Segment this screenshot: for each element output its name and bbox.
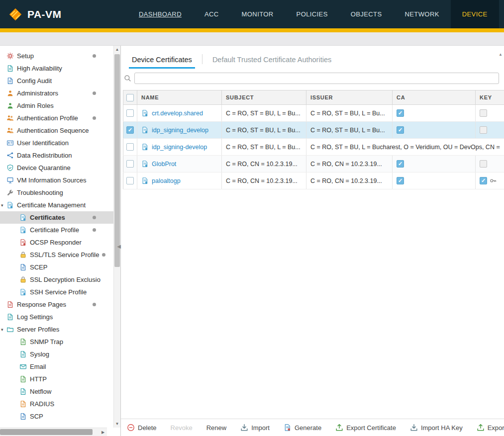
sidebar-vertical-scrollbar[interactable]: ▲ ▼ bbox=[113, 46, 120, 428]
export-icon bbox=[477, 424, 485, 432]
scrollbar-thumb[interactable] bbox=[114, 54, 120, 267]
export-certificate-button[interactable]: Export Certificate bbox=[335, 424, 396, 432]
sidebar-item-config-audit[interactable]: Config Audit bbox=[0, 75, 114, 87]
nav-network[interactable]: NETWORK bbox=[394, 0, 451, 28]
nav-device[interactable]: DEVICE bbox=[451, 0, 499, 28]
sidebar-item-label: Troubleshooting bbox=[17, 189, 63, 196]
sidebar-item-high-availability[interactable]: High Availability bbox=[0, 62, 114, 75]
scroll-right-arrow[interactable]: ▶ bbox=[99, 428, 107, 436]
chevron-down-icon[interactable]: ▾ bbox=[1, 327, 3, 332]
document-icon bbox=[6, 313, 14, 321]
sidebar-item-email[interactable]: Email bbox=[0, 360, 114, 373]
sidebar-item-authentication-profile[interactable]: Authentication Profile bbox=[0, 112, 114, 124]
sidebar-item-certificate-management[interactable]: ▾ Certificate Management bbox=[0, 199, 114, 211]
ca-checkbox bbox=[397, 160, 404, 168]
export-icon bbox=[335, 424, 343, 432]
sidebar-item-administrators[interactable]: Administrators bbox=[0, 87, 114, 99]
sidebar-item-ssl-decryption-exclusion[interactable]: SSL Decryption Exclusio bbox=[0, 273, 114, 286]
document-icon bbox=[6, 301, 14, 308]
row-checkbox[interactable] bbox=[126, 177, 134, 184]
column-header-subject[interactable]: SUBJECT bbox=[222, 90, 306, 105]
sidebar-item-setup[interactable]: Setup bbox=[0, 50, 114, 62]
delete-button[interactable]: Delete bbox=[127, 424, 157, 432]
sidebar-collapse-handle[interactable]: ◀ bbox=[116, 239, 122, 254]
certificate-name-link[interactable]: GlobProt bbox=[152, 161, 176, 168]
modified-dot bbox=[93, 228, 96, 232]
table-header-row: NAME SUBJECT ISSUER CA KEY bbox=[123, 90, 504, 105]
sidebar-item-label: SCEP bbox=[30, 263, 47, 271]
sidebar-item-label: Setup bbox=[17, 52, 34, 60]
sidebar-item-netflow[interactable]: Netflow bbox=[0, 385, 114, 398]
table-row[interactable]: idp_signing-develop C = RO, ST = BU, L =… bbox=[123, 139, 504, 156]
sidebar-item-certificates[interactable]: Certificates bbox=[0, 211, 114, 224]
scroll-up-arrow[interactable]: ▲ bbox=[114, 46, 120, 53]
column-header-ca[interactable]: CA bbox=[393, 90, 476, 105]
import-button[interactable]: Import bbox=[240, 424, 270, 432]
scrollbar-thumb[interactable] bbox=[0, 429, 93, 435]
subject-cell: C = RO, ST = BU, L = Bu... bbox=[226, 144, 302, 151]
nav-dashboard[interactable]: DASHBOARD bbox=[127, 0, 193, 28]
table-row[interactable]: GlobProt C = RO, CN = 10.2.3.19... C = R… bbox=[123, 156, 504, 173]
table-row[interactable]: crt.develop.shared C = RO, ST = BU, L = … bbox=[123, 105, 504, 122]
sidebar-item-authentication-sequence[interactable]: Authentication Sequence bbox=[0, 124, 114, 137]
certificate-name-link[interactable]: idp_signing_develop bbox=[152, 127, 208, 134]
modified-dot bbox=[93, 91, 96, 95]
sidebar-item-ssh-service-profile[interactable]: SSH Service Profile bbox=[0, 286, 114, 298]
nav-monitor[interactable]: MONITOR bbox=[230, 0, 285, 28]
table-row-selected[interactable]: idp_signing_develop C = RO, ST = BU, L =… bbox=[123, 122, 504, 139]
column-header-name[interactable]: NAME bbox=[137, 90, 222, 105]
sidebar-item-response-pages[interactable]: Response Pages bbox=[0, 298, 114, 311]
sidebar-item-label: Authentication Profile bbox=[17, 114, 78, 122]
tab-default-trusted-certificate-authorities[interactable]: Default Trusted Certificate Authorities bbox=[209, 56, 334, 69]
paloalto-logo-icon bbox=[8, 7, 23, 22]
sidebar-item-syslog[interactable]: Syslog bbox=[0, 348, 114, 360]
certificate-name-link[interactable]: paloaltogp bbox=[152, 177, 181, 184]
sidebar-item-label: Log Settings bbox=[17, 313, 53, 321]
row-checkbox[interactable] bbox=[126, 126, 134, 134]
sidebar-item-snmp-trap[interactable]: SNMP Trap bbox=[0, 336, 114, 348]
sidebar-item-user-identification[interactable]: User Identification bbox=[0, 137, 114, 149]
modified-dot bbox=[93, 216, 96, 219]
sidebar-item-vm-information-sources[interactable]: VM Information Sources bbox=[0, 174, 114, 186]
sidebar-item-troubleshooting[interactable]: Troubleshooting bbox=[0, 186, 114, 199]
row-checkbox[interactable] bbox=[126, 109, 134, 117]
sidebar-horizontal-scrollbar[interactable]: ▶ bbox=[0, 428, 107, 436]
import-ha-key-button[interactable]: Import HA Key bbox=[410, 424, 463, 432]
chevron-down-icon[interactable]: ▾ bbox=[1, 203, 3, 208]
sidebar-item-server-profiles[interactable]: ▾ Server Profiles bbox=[0, 323, 114, 336]
search-input[interactable] bbox=[135, 73, 499, 84]
nav-policies[interactable]: POLICIES bbox=[285, 0, 339, 28]
row-checkbox[interactable] bbox=[126, 160, 134, 168]
sidebar-item-scep[interactable]: SCEP bbox=[0, 261, 114, 273]
nav-acc[interactable]: ACC bbox=[193, 0, 230, 28]
sidebar-item-admin-roles[interactable]: Admin Roles bbox=[0, 99, 114, 112]
select-all-checkbox[interactable] bbox=[126, 94, 134, 101]
sidebar-item-http[interactable]: HTTP bbox=[0, 373, 114, 385]
sidebar-item-device-quarantine[interactable]: Device Quarantine bbox=[0, 162, 114, 174]
document-icon bbox=[19, 338, 27, 346]
sidebar-item-ocsp-responder[interactable]: OCSP Responder bbox=[0, 236, 114, 249]
sidebar-item-log-settings[interactable]: Log Settings bbox=[0, 311, 114, 323]
sidebar-item-certificate-profile[interactable]: Certificate Profile bbox=[0, 224, 114, 236]
table-row[interactable]: paloaltogp C = RO, CN = 10.2.3.19... C =… bbox=[123, 173, 504, 189]
content-area: Setup High Availability Config Audit Adm… bbox=[0, 46, 504, 436]
generate-button[interactable]: Generate bbox=[284, 424, 321, 432]
row-checkbox[interactable] bbox=[126, 143, 134, 151]
certificate-name-link[interactable]: idp_signing-develop bbox=[152, 144, 207, 151]
scroll-up-arrow[interactable]: ▲ bbox=[499, 52, 503, 57]
shield-icon bbox=[6, 164, 14, 172]
tab-device-certificates[interactable]: Device Certificates bbox=[129, 56, 195, 69]
column-header-issuer[interactable]: ISSUER bbox=[306, 90, 393, 105]
export-ha-key-button[interactable]: Export HA Key bbox=[477, 424, 504, 432]
sidebar-item-label: Server Profiles bbox=[17, 326, 59, 333]
certificate-name-link[interactable]: crt.develop.shared bbox=[152, 110, 203, 117]
column-header-key[interactable]: KEY bbox=[476, 90, 504, 105]
scroll-down-arrow[interactable]: ▼ bbox=[114, 420, 120, 428]
sidebar-item-ssl-tls-service-profile[interactable]: SSL/TLS Service Profile bbox=[0, 249, 114, 261]
nav-objects[interactable]: OBJECTS bbox=[339, 0, 394, 28]
sidebar-item-radius[interactable]: RADIUS bbox=[0, 398, 114, 410]
key-checkbox bbox=[480, 126, 487, 134]
sidebar-item-data-redistribution[interactable]: Data Redistribution bbox=[0, 149, 114, 162]
renew-button[interactable]: Renew bbox=[206, 424, 226, 432]
sidebar-item-scp[interactable]: SCP bbox=[0, 410, 114, 423]
